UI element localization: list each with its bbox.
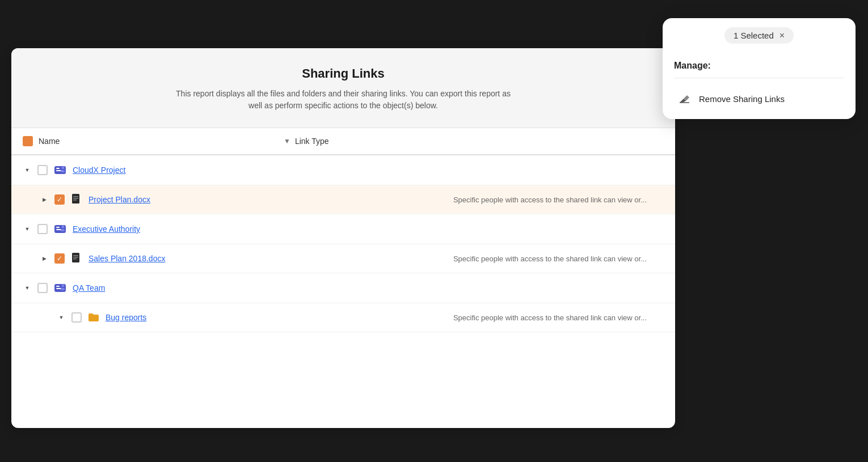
svg-point-3: [62, 167, 65, 169]
group-name-executive[interactable]: Executive Authority: [73, 224, 140, 234]
svg-rect-2: [56, 170, 61, 171]
checkbox-salesplan[interactable]: ✓: [54, 253, 65, 264]
floating-panel: 1 Selected × Manage: Remove Sharing Link…: [663, 18, 856, 119]
table-body: CloudX Project ✓ Project Plan.docx Speci…: [11, 155, 675, 332]
folder-row-bugreports: Bug reports Specific people with access …: [11, 303, 675, 332]
svg-rect-1: [56, 168, 60, 169]
panel-divider: [674, 78, 844, 78]
group-row-qa: QA Team: [11, 273, 675, 303]
svg-rect-17: [73, 258, 77, 260]
chevron-salesplan[interactable]: [40, 254, 49, 263]
svg-point-12: [62, 226, 65, 228]
link-type-projectplan: Specific people with access to the share…: [453, 196, 664, 204]
svg-rect-15: [73, 255, 78, 256]
select-all-checkbox[interactable]: [23, 136, 33, 146]
page-description: This report displays all the files and f…: [173, 88, 513, 112]
chevron-projectplan[interactable]: [40, 195, 49, 204]
file-name-salesplan[interactable]: Sales Plan 2018.docx: [89, 254, 165, 263]
svg-rect-22: [61, 288, 65, 290]
svg-rect-8: [73, 200, 77, 201]
file-row-salesplan: ✓ Sales Plan 2018.docx Specific people w…: [11, 244, 675, 273]
selected-badge: 1 Selected ×: [724, 27, 794, 44]
file-name-projectplan[interactable]: Project Plan.docx: [89, 195, 150, 204]
page-title: Sharing Links: [34, 66, 652, 81]
svg-rect-7: [73, 198, 78, 199]
group-row-cloudx: CloudX Project: [11, 155, 675, 185]
name-column-label: Name: [39, 137, 60, 146]
filter-icon[interactable]: ▼: [284, 137, 290, 145]
folder-name-bugreports[interactable]: Bug reports: [106, 313, 146, 322]
header-section: Sharing Links This report displays all t…: [11, 48, 675, 128]
folder-icon-bugreports: [87, 311, 100, 324]
checkbox-cloudx[interactable]: [37, 165, 48, 175]
manage-section: Manage: Remove Sharing Links: [663, 52, 856, 119]
manage-label: Manage:: [674, 61, 844, 71]
group-name-cloudx[interactable]: CloudX Project: [73, 166, 125, 175]
panel-top: 1 Selected ×: [663, 18, 856, 52]
linktype-column-label: Link Type: [295, 137, 329, 146]
remove-sharing-links-action[interactable]: Remove Sharing Links: [674, 85, 844, 112]
group-name-qa[interactable]: QA Team: [73, 283, 105, 293]
svg-rect-11: [56, 229, 61, 230]
svg-rect-19: [56, 286, 60, 287]
group-row-executive: Executive Authority: [11, 214, 675, 244]
svg-rect-4: [61, 170, 65, 172]
selected-count-label: 1 Selected: [734, 31, 774, 40]
teams-icon-qa: [53, 281, 67, 295]
eraser-icon: [676, 91, 692, 107]
docx-icon-projectplan: [70, 193, 83, 206]
remove-sharing-links-label: Remove Sharing Links: [699, 94, 785, 104]
col-name-header: Name: [23, 136, 284, 146]
checkbox-bugreports[interactable]: [71, 312, 82, 323]
chevron-bugreports[interactable]: [57, 313, 66, 322]
checkbox-qa[interactable]: [37, 283, 48, 293]
chevron-cloudx[interactable]: [23, 166, 32, 175]
link-type-bugreports: Specific people with access to the share…: [453, 313, 664, 322]
svg-rect-10: [56, 227, 60, 228]
svg-rect-13: [61, 229, 65, 231]
checkbox-executive[interactable]: [37, 224, 48, 234]
docx-icon-salesplan: [70, 252, 83, 265]
svg-rect-20: [56, 288, 61, 289]
svg-rect-16: [73, 257, 78, 258]
link-type-salesplan: Specific people with access to the share…: [453, 255, 664, 263]
chevron-qa[interactable]: [23, 283, 32, 293]
teams-icon-cloudx: [53, 163, 67, 177]
chevron-executive[interactable]: [23, 224, 32, 234]
svg-rect-6: [73, 196, 78, 197]
svg-point-21: [62, 285, 65, 287]
col-linktype-header: ▼ Link Type: [284, 137, 329, 146]
table-header: Name ▼ Link Type: [11, 128, 675, 155]
main-panel: Sharing Links This report displays all t…: [11, 48, 675, 428]
close-button[interactable]: ×: [779, 31, 785, 40]
checkbox-projectplan[interactable]: ✓: [54, 194, 65, 205]
teams-icon-executive: [53, 222, 67, 236]
file-row-projectplan: ✓ Project Plan.docx Specific people with…: [11, 185, 675, 214]
